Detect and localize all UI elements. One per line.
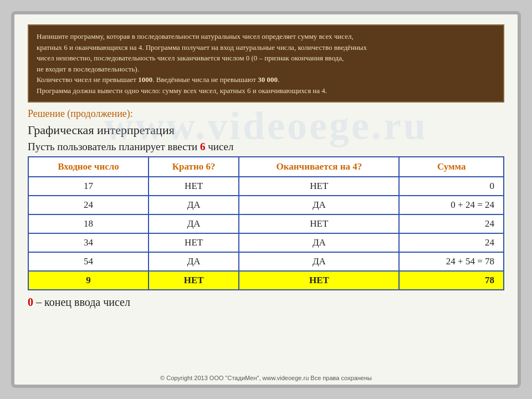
task-line5-mid: . Введённые числа не превышают [152,75,258,84]
task-num1: 1000 [138,75,152,84]
table-row: 24ДАДА0 + 24 = 24 [28,196,504,214]
main-title: Графическая интерпретация [28,123,504,137]
table-row: 34НЕТДА24 [28,233,504,252]
subtitle-start: Пусть пользователь планирует ввести [28,141,200,152]
cell-sum: 78 [399,271,504,290]
footer-zero: 0 [28,296,33,308]
cell-num: 17 [28,177,149,196]
table-row: 17НЕТНЕТ0 [28,177,504,196]
subtitle-end: чисел [205,141,233,152]
footer-text: – конец ввода чисел [33,296,130,308]
cell-sum: 24 + 54 = 78 [399,252,504,271]
cell-sum: 24 [399,233,504,252]
table-container: Входное число Кратно 6? Оканчивается на … [28,156,504,290]
col-header-div6: Кратно 6? [149,157,239,177]
col-header-ends4: Оканчивается на 4? [239,157,399,177]
data-table: Входное число Кратно 6? Оканчивается на … [28,156,504,290]
table-row: 18ДАНЕТ24 [28,214,504,233]
cell-ends4: НЕТ [239,214,399,233]
task-line4: не входит в последовательность). [37,65,139,73]
cell-ends4: ДА [239,196,399,214]
subtitle: Пусть пользователь планирует ввести 6 чи… [28,141,504,153]
table-row: 9НЕТНЕТ78 [28,271,504,290]
cell-ends4: ДА [239,252,399,271]
task-line5-end: . [278,75,279,84]
subtitle-num: 6 [200,141,206,152]
cell-num: 18 [28,214,149,233]
cell-div6: ДА [149,196,239,214]
footer-note: 0 – конец ввода чисел [28,296,504,309]
cell-sum: 24 [399,214,504,233]
cell-div6: ДА [149,214,239,233]
cell-div6: НЕТ [149,233,239,252]
cell-ends4: ДА [239,233,399,252]
section-title: Решение (продолжение): [28,108,504,120]
task-line1: Напишите программу, которая в последоват… [37,32,354,40]
cell-num: 54 [28,252,149,271]
cell-num: 9 [28,271,149,290]
task-line2: кратных 6 и оканчивающихся на 4. Програм… [37,43,367,52]
cell-num: 24 [28,196,149,214]
task-line6: Программа должна вывести одно число: сум… [37,86,327,95]
task-line3: чисел неизвестно, последовательность чис… [37,54,344,62]
copyright: © Copyright 2013 ООО "СтадиМен", www.vid… [14,375,518,381]
cell-div6: ДА [149,252,239,271]
cell-div6: НЕТ [149,177,239,196]
cell-div6: НЕТ [149,271,239,290]
cell-sum: 0 + 24 = 24 [399,196,504,214]
col-header-num: Входное число [28,157,149,177]
task-num2: 30 000 [258,75,278,84]
cell-sum: 0 [399,177,504,196]
task-box: Напишите программу, которая в последоват… [28,24,504,103]
whiteboard: www.videoege.ru Напишите программу, кото… [11,11,521,388]
task-line5-start: Количество чисел не превышает [37,75,138,84]
table-row: 54ДАДА24 + 54 = 78 [28,252,504,271]
cell-ends4: НЕТ [239,271,399,290]
col-header-sum: Сумма [399,157,504,177]
cell-num: 34 [28,233,149,252]
cell-ends4: НЕТ [239,177,399,196]
